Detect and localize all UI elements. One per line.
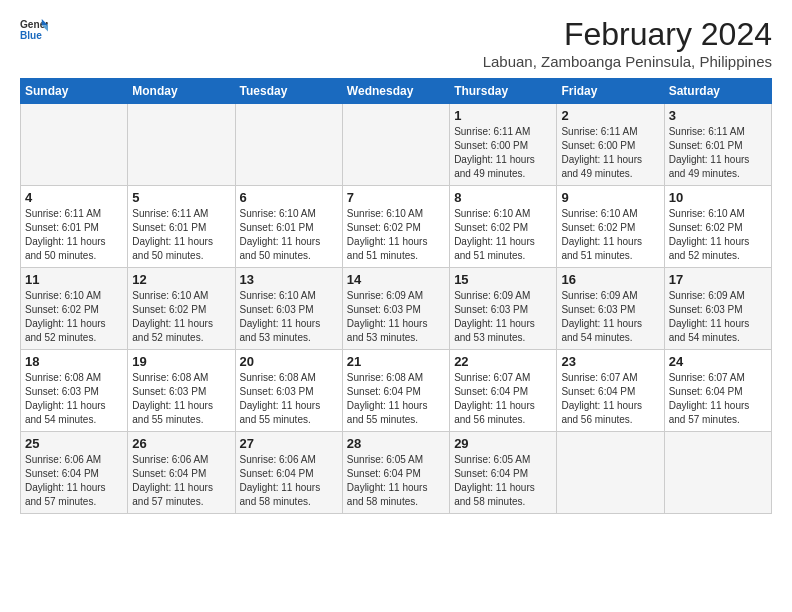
day-number: 27: [240, 436, 338, 451]
calendar-cell: 16Sunrise: 6:09 AM Sunset: 6:03 PM Dayli…: [557, 268, 664, 350]
day-number: 3: [669, 108, 767, 123]
day-number: 13: [240, 272, 338, 287]
cell-info: Sunrise: 6:09 AM Sunset: 6:03 PM Dayligh…: [561, 289, 659, 345]
day-number: 1: [454, 108, 552, 123]
calendar-cell: 1Sunrise: 6:11 AM Sunset: 6:00 PM Daylig…: [450, 104, 557, 186]
cell-info: Sunrise: 6:09 AM Sunset: 6:03 PM Dayligh…: [454, 289, 552, 345]
day-number: 28: [347, 436, 445, 451]
cell-info: Sunrise: 6:11 AM Sunset: 6:01 PM Dayligh…: [132, 207, 230, 263]
calendar-cell: 12Sunrise: 6:10 AM Sunset: 6:02 PM Dayli…: [128, 268, 235, 350]
calendar-cell: [557, 432, 664, 514]
cell-info: Sunrise: 6:08 AM Sunset: 6:03 PM Dayligh…: [25, 371, 123, 427]
header-day-wednesday: Wednesday: [342, 79, 449, 104]
calendar-cell: 8Sunrise: 6:10 AM Sunset: 6:02 PM Daylig…: [450, 186, 557, 268]
calendar-cell: [235, 104, 342, 186]
cell-info: Sunrise: 6:10 AM Sunset: 6:02 PM Dayligh…: [669, 207, 767, 263]
day-number: 15: [454, 272, 552, 287]
cell-info: Sunrise: 6:08 AM Sunset: 6:03 PM Dayligh…: [132, 371, 230, 427]
calendar-week-2: 4Sunrise: 6:11 AM Sunset: 6:01 PM Daylig…: [21, 186, 772, 268]
header-day-sunday: Sunday: [21, 79, 128, 104]
svg-text:Blue: Blue: [20, 30, 42, 41]
header: General Blue February 2024 Labuan, Zambo…: [20, 16, 772, 70]
cell-info: Sunrise: 6:11 AM Sunset: 6:01 PM Dayligh…: [669, 125, 767, 181]
calendar-cell: 14Sunrise: 6:09 AM Sunset: 6:03 PM Dayli…: [342, 268, 449, 350]
calendar-cell: 28Sunrise: 6:05 AM Sunset: 6:04 PM Dayli…: [342, 432, 449, 514]
cell-info: Sunrise: 6:06 AM Sunset: 6:04 PM Dayligh…: [25, 453, 123, 509]
day-number: 23: [561, 354, 659, 369]
title-section: February 2024 Labuan, Zamboanga Peninsul…: [483, 16, 772, 70]
calendar-cell: 13Sunrise: 6:10 AM Sunset: 6:03 PM Dayli…: [235, 268, 342, 350]
subtitle: Labuan, Zamboanga Peninsula, Philippines: [483, 53, 772, 70]
day-number: 10: [669, 190, 767, 205]
calendar-week-1: 1Sunrise: 6:11 AM Sunset: 6:00 PM Daylig…: [21, 104, 772, 186]
day-number: 11: [25, 272, 123, 287]
day-number: 21: [347, 354, 445, 369]
logo-icon: General Blue: [20, 16, 48, 44]
day-number: 18: [25, 354, 123, 369]
header-day-friday: Friday: [557, 79, 664, 104]
cell-info: Sunrise: 6:06 AM Sunset: 6:04 PM Dayligh…: [240, 453, 338, 509]
day-number: 19: [132, 354, 230, 369]
day-number: 7: [347, 190, 445, 205]
day-number: 6: [240, 190, 338, 205]
day-number: 12: [132, 272, 230, 287]
cell-info: Sunrise: 6:10 AM Sunset: 6:02 PM Dayligh…: [454, 207, 552, 263]
cell-info: Sunrise: 6:11 AM Sunset: 6:00 PM Dayligh…: [454, 125, 552, 181]
cell-info: Sunrise: 6:10 AM Sunset: 6:02 PM Dayligh…: [347, 207, 445, 263]
calendar-cell: 20Sunrise: 6:08 AM Sunset: 6:03 PM Dayli…: [235, 350, 342, 432]
cell-info: Sunrise: 6:08 AM Sunset: 6:03 PM Dayligh…: [240, 371, 338, 427]
calendar-cell: 27Sunrise: 6:06 AM Sunset: 6:04 PM Dayli…: [235, 432, 342, 514]
calendar-cell: 5Sunrise: 6:11 AM Sunset: 6:01 PM Daylig…: [128, 186, 235, 268]
main-title: February 2024: [483, 16, 772, 53]
calendar-table: SundayMondayTuesdayWednesdayThursdayFrid…: [20, 78, 772, 514]
calendar-cell: 2Sunrise: 6:11 AM Sunset: 6:00 PM Daylig…: [557, 104, 664, 186]
cell-info: Sunrise: 6:05 AM Sunset: 6:04 PM Dayligh…: [454, 453, 552, 509]
calendar-cell: 3Sunrise: 6:11 AM Sunset: 6:01 PM Daylig…: [664, 104, 771, 186]
calendar-cell: 18Sunrise: 6:08 AM Sunset: 6:03 PM Dayli…: [21, 350, 128, 432]
calendar-cell: 6Sunrise: 6:10 AM Sunset: 6:01 PM Daylig…: [235, 186, 342, 268]
day-number: 8: [454, 190, 552, 205]
header-day-saturday: Saturday: [664, 79, 771, 104]
cell-info: Sunrise: 6:10 AM Sunset: 6:03 PM Dayligh…: [240, 289, 338, 345]
calendar-cell: [664, 432, 771, 514]
calendar-week-4: 18Sunrise: 6:08 AM Sunset: 6:03 PM Dayli…: [21, 350, 772, 432]
day-number: 22: [454, 354, 552, 369]
calendar-cell: 26Sunrise: 6:06 AM Sunset: 6:04 PM Dayli…: [128, 432, 235, 514]
calendar-cell: [21, 104, 128, 186]
calendar-cell: 4Sunrise: 6:11 AM Sunset: 6:01 PM Daylig…: [21, 186, 128, 268]
header-day-monday: Monday: [128, 79, 235, 104]
day-number: 17: [669, 272, 767, 287]
calendar-week-5: 25Sunrise: 6:06 AM Sunset: 6:04 PM Dayli…: [21, 432, 772, 514]
day-number: 26: [132, 436, 230, 451]
header-day-tuesday: Tuesday: [235, 79, 342, 104]
day-number: 20: [240, 354, 338, 369]
calendar-cell: 21Sunrise: 6:08 AM Sunset: 6:04 PM Dayli…: [342, 350, 449, 432]
calendar-header: SundayMondayTuesdayWednesdayThursdayFrid…: [21, 79, 772, 104]
day-number: 5: [132, 190, 230, 205]
cell-info: Sunrise: 6:09 AM Sunset: 6:03 PM Dayligh…: [347, 289, 445, 345]
day-number: 9: [561, 190, 659, 205]
day-number: 4: [25, 190, 123, 205]
calendar-cell: 9Sunrise: 6:10 AM Sunset: 6:02 PM Daylig…: [557, 186, 664, 268]
cell-info: Sunrise: 6:10 AM Sunset: 6:02 PM Dayligh…: [132, 289, 230, 345]
calendar-cell: 7Sunrise: 6:10 AM Sunset: 6:02 PM Daylig…: [342, 186, 449, 268]
cell-info: Sunrise: 6:09 AM Sunset: 6:03 PM Dayligh…: [669, 289, 767, 345]
header-day-thursday: Thursday: [450, 79, 557, 104]
calendar-cell: [128, 104, 235, 186]
cell-info: Sunrise: 6:08 AM Sunset: 6:04 PM Dayligh…: [347, 371, 445, 427]
day-number: 24: [669, 354, 767, 369]
cell-info: Sunrise: 6:10 AM Sunset: 6:02 PM Dayligh…: [561, 207, 659, 263]
cell-info: Sunrise: 6:07 AM Sunset: 6:04 PM Dayligh…: [669, 371, 767, 427]
cell-info: Sunrise: 6:05 AM Sunset: 6:04 PM Dayligh…: [347, 453, 445, 509]
cell-info: Sunrise: 6:10 AM Sunset: 6:01 PM Dayligh…: [240, 207, 338, 263]
calendar-cell: 15Sunrise: 6:09 AM Sunset: 6:03 PM Dayli…: [450, 268, 557, 350]
day-number: 2: [561, 108, 659, 123]
day-number: 29: [454, 436, 552, 451]
calendar-cell: 19Sunrise: 6:08 AM Sunset: 6:03 PM Dayli…: [128, 350, 235, 432]
day-number: 25: [25, 436, 123, 451]
calendar-body: 1Sunrise: 6:11 AM Sunset: 6:00 PM Daylig…: [21, 104, 772, 514]
calendar-cell: 22Sunrise: 6:07 AM Sunset: 6:04 PM Dayli…: [450, 350, 557, 432]
cell-info: Sunrise: 6:07 AM Sunset: 6:04 PM Dayligh…: [561, 371, 659, 427]
calendar-week-3: 11Sunrise: 6:10 AM Sunset: 6:02 PM Dayli…: [21, 268, 772, 350]
calendar-cell: 11Sunrise: 6:10 AM Sunset: 6:02 PM Dayli…: [21, 268, 128, 350]
